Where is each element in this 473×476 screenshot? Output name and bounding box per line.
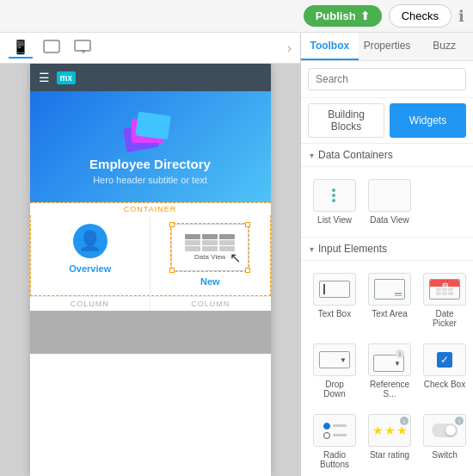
list-view-widget[interactable]: List View	[310, 174, 359, 230]
checkbox-graphic: ✓	[437, 352, 452, 368]
mobile-device-button[interactable]: 📱	[9, 37, 33, 59]
tablet-device-button[interactable]	[40, 38, 64, 59]
tab-toolbox[interactable]: Toolbox	[301, 33, 359, 60]
building-blocks-button[interactable]: Building Blocks	[308, 103, 384, 138]
chevron-down-icon: ▾	[310, 151, 314, 160]
text-box-widget[interactable]: Text Box	[310, 268, 359, 333]
dot	[332, 199, 335, 202]
data-containers-grid: List View	[310, 174, 464, 230]
calendar-icon: 📅	[442, 281, 448, 287]
cell-1-1	[185, 240, 200, 245]
canvas-content: ☰ mx Employee Directory Hero header subt…	[0, 64, 300, 476]
hero-title: Employee Directory	[43, 157, 258, 171]
upload-icon: ⬆	[360, 9, 370, 22]
reference-select-label: Reference S...	[368, 380, 411, 399]
data-view-widget[interactable]: Data View ↖	[171, 224, 249, 271]
switch-icon: i	[423, 414, 466, 447]
person-icon: 👤	[78, 230, 101, 252]
search-input[interactable]	[308, 68, 466, 90]
data-containers-section-header[interactable]: ▾ Data Containers	[301, 144, 473, 167]
switch-label: Switch	[432, 450, 457, 460]
star-3: ★	[396, 423, 408, 437]
canvas-panel: 📱 › ☰ mx	[0, 33, 301, 476]
dp-cell	[436, 292, 441, 295]
switch-widget[interactable]: i Switch	[420, 409, 470, 474]
input-elements-section-header[interactable]: ▾ Input Elements	[301, 238, 473, 261]
radio-buttons-widget[interactable]: Radio Buttons	[310, 409, 359, 474]
tab-buzz[interactable]: Buzz	[415, 33, 473, 60]
data-view-icon	[368, 179, 411, 212]
dot	[332, 189, 335, 192]
col2-label: New	[200, 276, 220, 287]
cursor-icon: ↖	[230, 250, 241, 266]
resize-tl[interactable]	[169, 222, 175, 227]
radio-graphic	[322, 421, 348, 441]
star-info-badge: i	[400, 417, 408, 425]
radio-buttons-icon	[313, 414, 356, 447]
drop-down-widget[interactable]: ▼ Drop Down	[310, 338, 359, 404]
check-box-widget[interactable]: ✓ Check Box	[420, 338, 470, 404]
book-layer-3	[135, 111, 171, 139]
info-button[interactable]: ℹ	[458, 7, 464, 26]
switch-graphic	[432, 423, 458, 437]
text-area-widget[interactable]: Text Area	[365, 268, 415, 333]
container-label: CONTAINER	[30, 202, 271, 215]
column-1: 👤 Overview	[31, 215, 151, 295]
svg-rect-0	[44, 40, 59, 53]
publish-label: Publish	[316, 9, 356, 22]
preview-hero[interactable]: Employee Directory Hero header subtitle …	[30, 91, 271, 202]
star-rating-widget[interactable]: ★ ★ ★ i Star rating	[365, 409, 415, 474]
star-1: ★	[372, 423, 384, 437]
ref-arrow-icon: ▼	[394, 360, 401, 368]
desktop-device-button[interactable]	[71, 38, 96, 59]
header-cell-2	[202, 234, 218, 239]
col2-footer: COLUMN	[150, 297, 271, 311]
resize-br[interactable]	[245, 268, 250, 273]
input-elements-content: Text Box Text Area	[301, 261, 473, 476]
date-picker-icon: 📅	[423, 273, 466, 306]
list-view-label: List View	[317, 215, 352, 225]
toolbox-panel: Toolbox Properties Buzz Building Blocks …	[301, 33, 473, 476]
data-view-toolbox-widget[interactable]: Data View	[365, 174, 415, 230]
text-box-label: Text Box	[318, 309, 351, 318]
checks-button[interactable]: Checks	[389, 4, 452, 28]
data-containers-label: Data Containers	[318, 149, 393, 161]
tab-properties[interactable]: Properties	[359, 33, 416, 60]
list-row-2	[332, 194, 337, 197]
top-bar: Publish ⬆ Checks ℹ	[0, 0, 473, 33]
date-picker-widget[interactable]: 📅	[420, 268, 470, 333]
dot	[332, 194, 335, 197]
textarea-lines	[395, 293, 402, 296]
avatar-icon: 👤	[73, 224, 108, 258]
dp-cell	[442, 292, 447, 295]
widgets-button[interactable]: Widgets	[390, 103, 466, 138]
radio-buttons-label: Radio Buttons	[313, 450, 356, 469]
check-box-label: Check Box	[424, 380, 465, 389]
preview-logo: mx	[57, 71, 76, 84]
data-view-row-1	[185, 240, 235, 245]
data-view-header-row	[185, 234, 235, 239]
dp-top: 📅	[430, 280, 459, 287]
svg-rect-1	[75, 40, 90, 51]
dp-cell	[448, 292, 453, 295]
resize-tr[interactable]	[245, 222, 250, 227]
radio-label-1	[333, 424, 347, 427]
toolbox-search-area	[301, 61, 473, 98]
list-view-graphic	[329, 185, 341, 206]
publish-button[interactable]: Publish ⬆	[304, 5, 382, 27]
text-area-label: Text Area	[372, 309, 408, 318]
expand-arrow[interactable]: ›	[287, 40, 292, 56]
list-row-3	[332, 199, 337, 202]
cell-1-2	[202, 240, 218, 245]
page-preview: ☰ mx Employee Directory Hero header subt…	[30, 64, 271, 476]
hero-subtitle: Hero header subtitle or text	[43, 175, 258, 185]
cell-2-2	[202, 246, 218, 251]
toolbox-tabs: Toolbox Properties Buzz	[301, 33, 473, 61]
star-2: ★	[384, 423, 396, 437]
resize-bl[interactable]	[169, 268, 175, 273]
radio-label-2	[333, 434, 347, 436]
preview-topbar: ☰ mx	[30, 64, 271, 91]
textbox-cursor	[323, 284, 325, 294]
reference-select-widget[interactable]: ▼ i Reference S...	[365, 338, 415, 404]
cell-1-3	[219, 240, 235, 245]
